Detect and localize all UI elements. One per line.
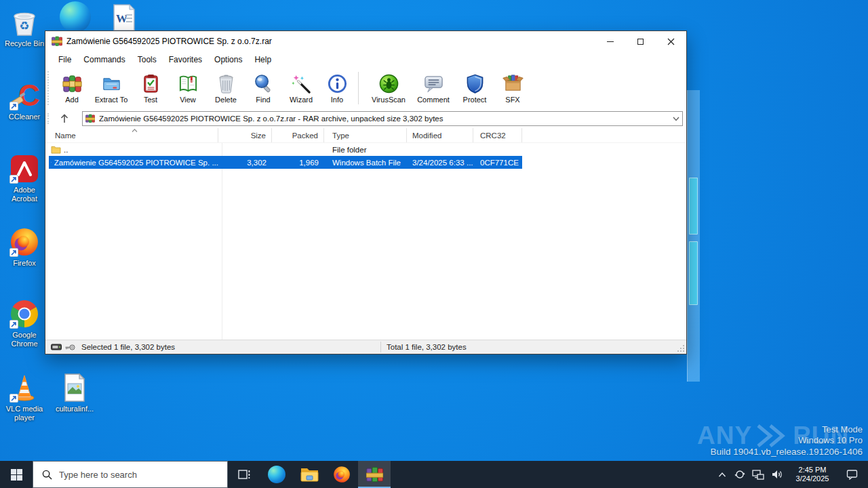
menu-file[interactable]: File [52,54,77,66]
toolbar-label: Delete [215,96,237,104]
network-ethernet-icon [752,470,764,480]
chevron-up-icon [718,472,726,477]
column-header-crc32[interactable]: CRC32 [473,128,522,142]
protect-shield-icon [465,73,486,94]
add-button[interactable]: Add [54,69,90,107]
row-crc32: 0CF771CE [473,159,522,167]
taskbar-file-explorer-button[interactable] [293,461,326,488]
file-explorer-icon [300,467,319,483]
menu-commands[interactable]: Commands [77,54,131,66]
firefox-icon [9,226,40,258]
window-title: Zamówienie G564592025 PIOTROWICE Sp. z o… [66,37,595,46]
toolbar-separator [358,72,359,104]
toolbar-label: Comment [417,96,450,104]
chevron-down-icon[interactable] [673,117,679,121]
watermark-mode: Test Mode [798,424,863,435]
taskbar-winrar-button[interactable] [358,461,391,488]
taskbar-clock[interactable]: 2:45 PM 3/24/2025 [787,461,838,488]
protect-button[interactable]: Protect [455,69,494,107]
status-selected: Selected 1 file, 3,302 bytes [81,343,175,351]
wallpaper-light-strip [687,90,700,382]
action-center-button[interactable] [838,461,865,488]
virusscan-button[interactable]: VirusScan [366,69,412,107]
image-file-icon [59,372,90,403]
shortcut-arrow-icon [9,102,18,110]
delete-button[interactable]: Delete [208,69,244,107]
svg-text:♻: ♻ [19,19,29,33]
ccleaner-icon: C [9,80,40,111]
tray-volume-button[interactable] [768,461,787,488]
winrar-icon [366,466,383,483]
toolbar-label: Test [144,96,157,104]
sfx-button[interactable]: SFX [494,69,531,107]
search-input[interactable] [59,470,195,480]
task-view-button[interactable] [228,461,260,488]
find-button[interactable]: Find [244,69,282,107]
svg-text:W: W [116,12,127,25]
desktop-icon-vlc[interactable]: VLC media player [1,372,47,422]
tray-sync-button[interactable] [730,461,749,488]
add-archive-icon [62,73,83,94]
column-header-modified[interactable]: Modified [407,128,473,142]
adobe-acrobat-icon [9,153,40,184]
desktop: ♻ Recycle Bin C CCleaner [0,0,868,488]
toolbar-label: Add [65,96,79,104]
notification-icon [846,469,858,480]
table-row-selected-batch-file[interactable]: Zamówienie G564592025 PIOTROWICE Sp. ...… [45,156,686,169]
sfx-box-icon [502,73,524,94]
wizard-wand-icon [291,73,312,94]
watermark-build: Build 19041.vb_release.191206-1406 [711,447,863,457]
view-book-icon [178,73,199,94]
desktop-icon-adobe-acrobat[interactable]: Adobe Acrobat [1,153,47,203]
desktop-icon-edge[interactable] [60,1,91,33]
column-label: Packed [292,131,318,140]
desktop-icon-recycle-bin[interactable]: ♻ Recycle Bin [1,7,47,48]
maximize-button[interactable] [625,31,656,52]
desktop-icon-google-chrome[interactable]: Google Chrome [1,298,47,348]
menu-help[interactable]: Help [248,54,277,66]
extract-to-button[interactable]: Extract To [90,69,133,107]
taskbar-edge-button[interactable] [260,461,293,488]
start-button[interactable] [0,461,33,488]
folder-icon [51,145,61,154]
task-view-icon [237,468,251,481]
menu-options[interactable]: Options [208,54,248,66]
desktop-icon-culturalinf[interactable]: culturalinf... [52,372,98,413]
column-header-type[interactable]: Type [324,128,407,142]
menu-tools[interactable]: Tools [132,54,163,66]
column-header-packed[interactable]: Packed [272,128,324,142]
watermark-os: Windows 10 Pro [798,435,863,446]
test-button[interactable]: Test [133,69,168,107]
extract-folder-icon [101,73,122,94]
info-button[interactable]: Info [320,69,354,107]
up-arrow-icon [60,113,69,124]
shortcut-arrow-icon [9,248,18,257]
address-row: Zamówienie G564592025 PIOTROWICE Sp. z o… [45,109,686,128]
comment-icon [423,73,444,94]
edge-icon [60,1,91,33]
close-button[interactable] [656,31,686,52]
column-header-name[interactable]: Name [45,128,218,142]
taskbar-firefox-button[interactable] [326,461,358,488]
menu-favorites[interactable]: Favorites [163,54,208,66]
titlebar[interactable]: Zamówienie G564592025 PIOTROWICE Sp. z o… [45,31,686,52]
tray-network-button[interactable] [749,461,768,488]
up-one-level-button[interactable] [56,111,73,126]
minimize-button[interactable] [595,31,625,52]
comment-button[interactable]: Comment [412,69,455,107]
table-row-parent-folder[interactable]: .. File folder [45,143,686,156]
desktop-icon-ccleaner[interactable]: C CCleaner [1,80,47,121]
resize-grip[interactable] [677,344,685,352]
toolbar-label: Extract To [95,96,128,104]
archive-path-combobox[interactable]: Zamówienie G564592025 PIOTROWICE Sp. z o… [82,111,683,126]
shortcut-arrow-icon [9,175,18,184]
desktop-icon-firefox[interactable]: Firefox [1,226,47,268]
taskbar-search[interactable] [33,461,228,488]
view-button[interactable]: View [168,69,208,107]
column-header-size[interactable]: Size [218,128,272,142]
tray-expand-button[interactable] [714,461,730,488]
wizard-button[interactable]: Wizard [282,69,320,107]
file-list[interactable]: .. File folder [45,143,686,340]
addressbar-gripper [47,113,49,124]
sync-circle-icon [734,469,745,480]
